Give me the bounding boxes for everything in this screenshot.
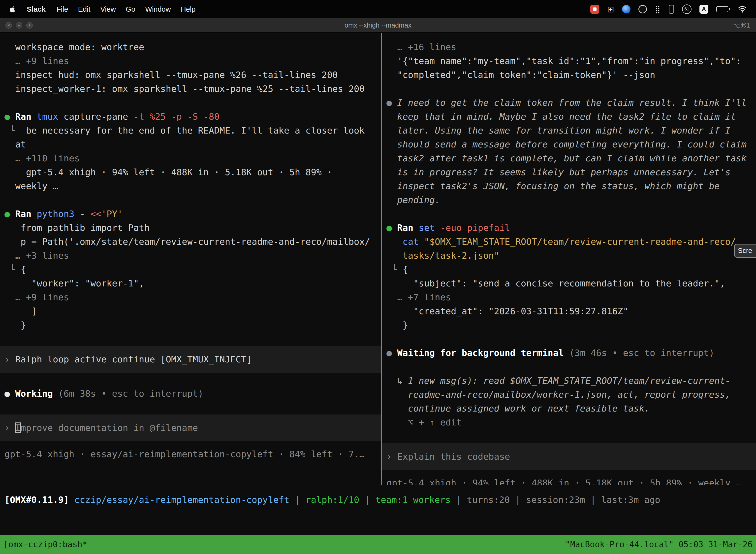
terminal-line [382,82,756,96]
active-app-name[interactable]: Slack [27,5,46,13]
terminal-line [382,207,756,221]
terminal-line: … +9 lines [0,54,381,68]
text-segment: … +16 lines [386,42,456,52]
terminal-line: gpt-5.4 xhigh · 94% left · 488K in · 5.1… [0,165,381,179]
terminal-line: } [0,318,381,332]
text-segment: team:1 workers [376,495,451,505]
terminal-line: ● Ran set -euo pipefail [382,221,756,235]
badge-icon[interactable]: 61 [682,4,692,14]
terminal-line: keep that in mind. Maybe I also need the… [382,110,756,124]
text-segment: session:23m [526,495,585,505]
apple-menu-icon[interactable] [9,4,17,14]
text-segment: [OMX#0.11.9] [4,495,74,505]
text-segment: … +9 lines [4,292,69,302]
text-segment: └ [4,264,20,275]
text-cursor: I [15,423,20,433]
terminal-line: "completed","claim_token":"claim-token"}… [382,68,756,82]
input-source-icon[interactable]: A [699,5,708,14]
tmux-session-name[interactable]: [omx-cczip0:bash* [3,540,87,549]
prompt-suggestion[interactable]: › Explain this codebase [382,443,756,470]
traffic-lights: × − + [5,22,33,29]
text-segment: '{"team_name":"my-team","task_id":"1","f… [386,56,741,66]
terminal-line: └ { [0,263,381,277]
text-segment: weekly … [4,181,58,191]
tmux-pane-right[interactable]: … +16 lines '{"team_name":"my-team","tas… [382,33,756,485]
text-segment: Ran [397,223,419,233]
text-segment: -euo pipefail [440,223,510,233]
terminal-line: later. Using the same for transition mig… [382,124,756,137]
text-segment: task2 after task1 is complete, but can I… [386,153,747,163]
text-segment: turns:20 [467,495,510,505]
text-segment: from pathlib import Path [4,223,149,233]
terminal-window: workspace_mode: worktree … +9 lines insp… [0,33,756,535]
tmux-pane-left[interactable]: workspace_mode: worktree … +9 lines insp… [0,33,381,485]
terminal-line [382,332,756,346]
text-segment: ] [4,306,37,316]
prompt-input[interactable]: › Improve documentation in @filename [0,414,381,441]
zoom-window-button[interactable]: + [26,22,33,29]
text-segment: | [290,495,306,505]
menu-window[interactable]: Window [145,5,171,13]
terminal-line: weekly … [0,179,381,193]
screen-recording-stop-icon[interactable] [590,5,599,14]
screenshot-notification-popup[interactable]: Scre [734,244,756,258]
text-segment: "created_at": "2026-03-31T11:59:27.816Z" [386,306,628,316]
text-segment: "worker": "worker-1", [4,278,144,288]
text-segment: { [20,264,26,275]
terminal-line: … +3 lines [0,249,381,263]
text-segment: inspect_worker-1: omx sparkshell --tmux-… [4,84,365,94]
terminal-line: … +9 lines [0,290,381,304]
text-segment: ⌥ + ↑ edit [386,417,461,428]
tiles-icon[interactable]: ⊞ [607,4,614,14]
terminal-line: p = Path('.omx/state/team/review-current… [0,235,381,249]
terminal-line: inspect task2's JSON, focusing on the st… [382,179,756,193]
terminal-line: … +110 lines [0,151,381,165]
text-segment: | [451,495,467,505]
minimize-window-button[interactable]: − [16,22,22,29]
terminal-line: } [382,318,756,332]
text-segment: set [419,223,440,233]
terminal-line: inspect_worker-1: omx sparkshell --tmux-… [0,82,381,96]
text-segment: } [386,320,408,330]
text-segment: Ralph loop active continue [OMX_TMUX_INJ… [15,354,252,365]
text-segment: › Explain this codebase [386,451,510,462]
text-segment: (6m 38s • esc to interrupt) [58,388,203,399]
window-shortcut-hint: ⌥⌘1 [733,21,750,29]
blue-app-icon[interactable] [622,5,630,13]
text-segment: cczip/essay/ai-reimplementation-copyleft [74,495,290,505]
terminal-line: task2 after task1 is complete, but can I… [382,151,756,165]
text-segment: capture-pane [63,111,133,122]
text-segment: python3 [37,209,80,219]
menu-file[interactable]: File [57,5,68,13]
text-segment: 'PY' [101,209,123,219]
text-segment: ● [4,111,15,122]
terminal-line: "created_at": "2026-03-31T11:59:27.816Z" [382,304,756,318]
menu-go[interactable]: Go [126,5,135,13]
wifi-icon[interactable] [738,5,747,13]
macos-menu-bar: Slack FileEditViewGoWindowHelp ⊞ ⣿ 61 A [0,0,756,18]
battery-icon[interactable] [716,6,730,12]
menu-view[interactable]: View [101,5,116,13]
menu-edit[interactable]: Edit [78,5,90,13]
text-segment: I need to get the claim token from the c… [397,98,747,108]
device-icon[interactable] [669,5,674,14]
text-segment: Working [15,388,58,399]
text-segment: Ran [15,111,37,122]
terminal-line: at [0,137,381,151]
text-segment: … +9 lines [4,56,69,66]
text-segment: ● [4,209,15,219]
text-segment: ● [386,348,397,358]
text-segment: -t %25 -p -S -80 [133,111,219,122]
dots-grid-icon[interactable]: ⣿ [655,5,661,14]
terminal-line [0,96,381,110]
text-segment: keep that in mind. Maybe I also need the… [386,111,736,122]
text-segment: › [4,423,15,433]
terminal-line [0,373,381,387]
close-window-button[interactable]: × [5,22,12,29]
ralph-loop-notice: › Ralph loop active continue [OMX_TMUX_I… [0,346,381,373]
terminal-line: should send a message before completing … [382,137,756,151]
right-pane-status-line: gpt-5.4 xhigh · 94% left · 488K in · 5.1… [382,476,756,485]
text-segment: last:3m ago [601,495,660,505]
dark-circle-app-icon[interactable] [638,5,647,13]
menu-help[interactable]: Help [181,5,196,13]
